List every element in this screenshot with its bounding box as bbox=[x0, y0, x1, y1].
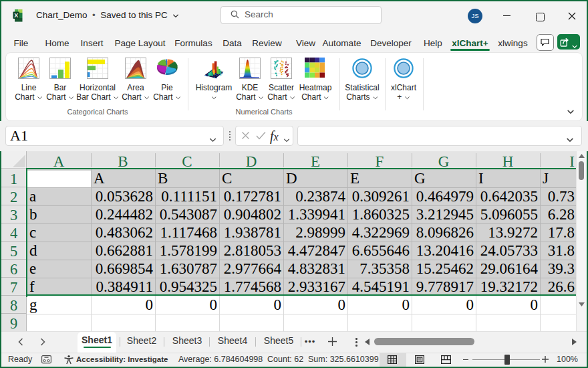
svg-text:X: X bbox=[14, 12, 18, 19]
